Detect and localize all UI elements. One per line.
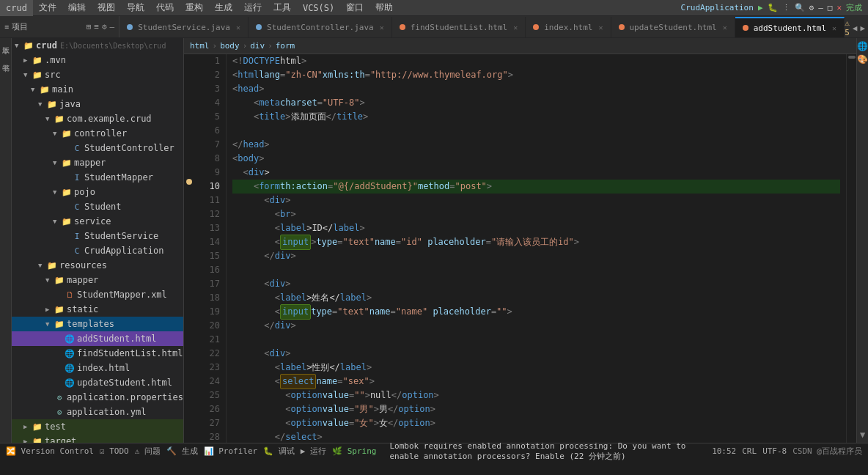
tree-test[interactable]: ▶ 📁 test — [12, 419, 183, 434]
gutter-19 — [184, 295, 197, 309]
tree-mapper[interactable]: ▼ 📁 mapper — [12, 155, 183, 170]
tree-mapper-xml-folder[interactable]: ▼ 📁 mapper — [12, 273, 183, 287]
line-num-22: 22 — [197, 347, 220, 361]
tree-pojo[interactable]: ▼ 📁 pojo — [12, 185, 183, 199]
tree-crud-application[interactable]: ▶ C CrudApplication — [12, 243, 183, 258]
menu-generate[interactable]: 生成 — [209, 0, 238, 16]
tab-index[interactable]: index.html ✕ — [526, 17, 611, 37]
tab-close-update-student[interactable]: ✕ — [723, 23, 727, 32]
scroll-left-icon[interactable]: ◀ — [853, 23, 858, 33]
tree-index-html[interactable]: ▶ 🌐 index.html — [12, 361, 183, 375]
tree-com-example[interactable]: ▼ 📁 com.example.crud — [12, 111, 183, 126]
student-service-icon: I — [72, 231, 82, 241]
tree-app-properties[interactable]: ▶ ⚙ application.properties — [12, 390, 183, 405]
spring-btn[interactable]: 🌿 Spring — [332, 446, 376, 456]
tree-student-mapper-xml[interactable]: ▶ 🗋 StudentMapper.xml — [12, 287, 183, 302]
window-minimize[interactable]: — — [818, 3, 823, 12]
window-close[interactable]: ✕ — [836, 3, 842, 12]
tab-add-student[interactable]: addStudent.html ✕ — [735, 17, 845, 37]
tab-close-find-student[interactable]: ✕ — [513, 23, 518, 32]
sidebar-icon-2[interactable]: ≡ — [94, 22, 99, 32]
tree-static[interactable]: ▶ 📁 static — [12, 302, 183, 317]
code-line-7: </head> — [232, 138, 840, 152]
tree-target[interactable]: ▶ 📁 target — [12, 434, 183, 443]
tree-app-yml[interactable]: ▶ ⚙ application.yml — [12, 405, 183, 419]
tree-find-student-html[interactable]: ▶ 🌐 findStudentList.html — [12, 346, 183, 361]
tab-student-service[interactable]: StudentService.java ✕ — [119, 17, 249, 37]
tree-service[interactable]: ▼ 📁 service — [12, 214, 183, 229]
tree-templates[interactable]: ▼ 📁 templates — [12, 317, 183, 331]
tree-add-student-html[interactable]: ▶ 🌐 addStudent.html — [12, 331, 183, 346]
notification-text[interactable]: Lombok requires enabled annotation proce… — [389, 441, 706, 462]
tab-find-student-list[interactable]: findStudentList.html ✕ — [392, 17, 526, 37]
run-btn[interactable]: ▶ 运行 — [301, 446, 326, 457]
breadcrumb-form[interactable]: form — [276, 41, 295, 51]
menu-tools[interactable]: 工具 — [268, 0, 297, 16]
debug-button[interactable]: 🐛 — [768, 3, 778, 12]
sidebar-icon-4[interactable]: — — [110, 22, 115, 32]
tree-resources[interactable]: ▼ 📁 resources — [12, 258, 183, 273]
menu-view[interactable]: 视图 — [92, 0, 121, 16]
version-control-btn[interactable]: 🔀 Version Control — [6, 446, 94, 456]
build-btn[interactable]: 🔨 生成 — [166, 446, 198, 457]
tab-close-add-student[interactable]: ✕ — [832, 24, 836, 32]
tree-update-student-html[interactable]: ▶ 🌐 updateStudent.html — [12, 375, 183, 390]
tree-src[interactable]: ▼ 📁 src — [12, 67, 183, 82]
menu-run[interactable]: 运行 — [238, 0, 268, 16]
settings-button[interactable]: ⚙ — [809, 3, 814, 12]
tab-close-student-controller[interactable]: ✕ — [380, 23, 384, 32]
breadcrumb-body[interactable]: body — [220, 41, 240, 51]
gutter-21 — [184, 323, 197, 336]
run-button[interactable]: ▶ — [758, 3, 763, 12]
menu-vcs[interactable]: VCS(S) — [297, 0, 340, 16]
sidebar-icon-3[interactable]: ⚙ — [102, 22, 107, 32]
more-run-options[interactable]: ⋮ — [782, 3, 790, 12]
gutter-28 — [184, 416, 197, 430]
right-sidebar-icon-2[interactable]: 🎨 — [857, 54, 868, 65]
scroll-right-icon[interactable]: ▶ — [860, 23, 865, 33]
menu-code[interactable]: 代码 — [150, 0, 180, 16]
tree-java[interactable]: ▼ 📁 java — [12, 97, 183, 111]
code-line-8: <body> — [232, 152, 840, 166]
code-container[interactable]: 1 2 3 4 5 6 7 8 9 10 11 12 13 14 15 16 1… — [184, 54, 856, 443]
tree-mvn[interactable]: ▶ 📁 .mvn — [12, 53, 183, 67]
tree-arrow-templates: ▼ — [45, 320, 54, 328]
tree-find-student-html-label: findStudentList.html — [77, 348, 183, 358]
scroll-thumb[interactable] — [848, 56, 856, 59]
tree-controller[interactable]: ▼ 📁 controller — [12, 126, 183, 141]
code-line-2: <html lang="zh-CN" xmlns:th="http://www.… — [232, 68, 840, 82]
menu-file[interactable]: 文件 — [33, 0, 62, 16]
tab-close-student-service[interactable]: ✕ — [236, 23, 240, 32]
menu-help[interactable]: 帮助 — [369, 0, 399, 16]
code-editor[interactable]: <!DOCTYPE html> <html lang="zh-CN" xmlns… — [227, 54, 846, 443]
left-thin-sidebar: 版本 书签 — [0, 38, 12, 443]
tab-close-index[interactable]: ✕ — [598, 23, 603, 32]
menu-app-title: crud — [0, 0, 33, 16]
todo-btn[interactable]: ☑ TODO — [100, 446, 129, 456]
tree-student-mapper[interactable]: ▶ I StudentMapper — [12, 170, 183, 185]
right-sidebar-icon-1[interactable]: 🌐 — [857, 41, 868, 51]
right-scrollbar[interactable] — [846, 54, 856, 443]
right-sidebar-icon-3[interactable]: ▼ — [860, 430, 865, 440]
window-maximize[interactable]: □ — [828, 3, 833, 12]
sidebar-icon-1[interactable]: ⊞ — [87, 22, 92, 32]
tree-student-controller[interactable]: ▶ C StudentController — [12, 141, 183, 155]
tree-student-service[interactable]: ▶ I StudentService — [12, 229, 183, 243]
search-everywhere-button[interactable]: 🔍 — [795, 3, 805, 12]
debug-btn[interactable]: 🐛 调试 — [263, 446, 295, 457]
menu-navigate[interactable]: 导航 — [121, 0, 150, 16]
menu-window[interactable]: 窗口 — [340, 0, 369, 16]
profiler-btn[interactable]: 📊 Profiler — [204, 446, 258, 456]
breadcrumb-html[interactable]: html — [190, 41, 210, 51]
menu-edit[interactable]: 编辑 — [62, 0, 92, 16]
menu-refactor[interactable]: 重构 — [180, 0, 209, 16]
tree-arrow-java: ▼ — [38, 100, 47, 108]
tab-update-student[interactable]: updateStudent.html ✕ — [611, 17, 735, 37]
tree-main[interactable]: ▼ 📁 main — [12, 82, 183, 97]
tree-root[interactable]: ▼ 📁 crud E:\Docuents\Desktop\crud — [12, 38, 183, 53]
tab-student-controller[interactable]: StudentController.java ✕ — [249, 17, 392, 37]
issues-btn[interactable]: ⚠ 问题 — [135, 446, 161, 457]
test-folder-icon: 📁 — [32, 421, 43, 432]
tree-student[interactable]: ▶ C Student — [12, 199, 183, 214]
breadcrumb-div[interactable]: div — [250, 41, 265, 51]
